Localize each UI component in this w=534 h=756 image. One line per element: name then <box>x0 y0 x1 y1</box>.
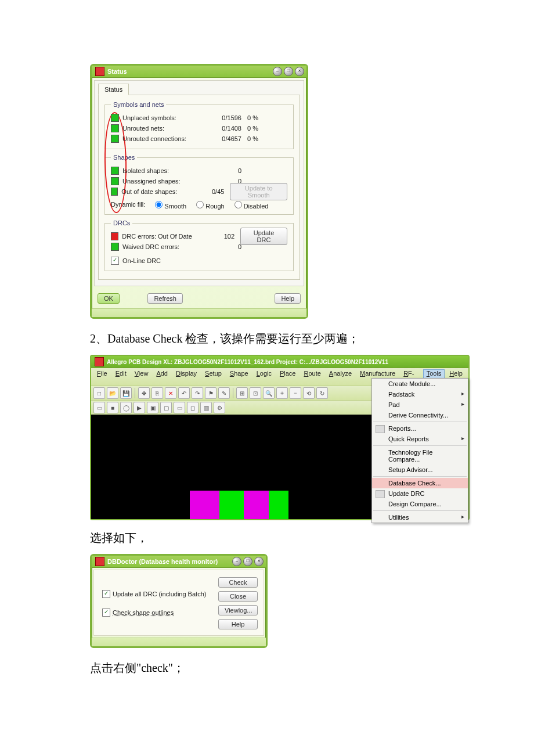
update-all-drc-label: Update all DRC (including Batch) <box>113 591 206 597</box>
zoom-icon[interactable]: 🔍 <box>263 387 275 399</box>
tool-b-icon[interactable]: ■ <box>107 402 118 413</box>
online-drc-checkbox[interactable]: ✓ <box>111 257 119 265</box>
copy-icon[interactable]: ⎘ <box>151 387 163 399</box>
tools-item-setup-advisor-[interactable]: Setup Advisor... <box>372 465 468 475</box>
waived-drc-label: Waived DRC errors: <box>122 243 218 250</box>
tools-item-update-drc[interactable]: Update DRC <box>372 488 468 499</box>
tools-item-create-module-[interactable]: Create Module... <box>372 379 468 389</box>
undo-icon[interactable]: ↶ <box>178 387 190 399</box>
viewlog-button[interactable]: Viewlog... <box>218 605 258 615</box>
pin-icon[interactable]: ✎ <box>218 387 230 399</box>
drc-errors-label: DRC errors: Out Of Date <box>122 233 212 240</box>
check-shape-outlines-label: Check shape outlines <box>113 609 174 616</box>
allegro-titlebar[interactable]: Allegro PCB Design XL: ZBJGLOOG50N2F1101… <box>91 356 468 368</box>
tab-status[interactable]: Status <box>98 84 129 95</box>
tools-menu-dropdown[interactable]: Create Module...PadstackPadDerive Connec… <box>371 378 468 523</box>
menu-place[interactable]: Place <box>276 369 300 384</box>
waived-drc-value: 0 <box>218 243 247 250</box>
tool-f-icon[interactable]: ▢ <box>160 402 172 413</box>
unrouted-nets-label: Unrouted nets: <box>122 125 207 132</box>
menu-analyze[interactable]: Analyze <box>326 369 355 384</box>
tool-c-icon[interactable]: ◯ <box>120 402 132 413</box>
zoom-out-icon[interactable]: － <box>290 387 301 399</box>
help-button[interactable]: Help <box>218 619 258 629</box>
delete-icon[interactable]: ✕ <box>165 387 176 399</box>
unplaced-symbols-label: Unplaced symbols: <box>122 114 207 121</box>
update-to-smooth-button[interactable]: Update to Smooth <box>230 183 287 200</box>
move-icon[interactable]: ✥ <box>138 387 150 399</box>
status-square-icon <box>111 243 119 251</box>
status-square-icon <box>111 188 118 196</box>
dbdoctor-title: DBDoctor (Database health monitor) <box>107 558 232 565</box>
menu-setup[interactable]: Setup <box>201 369 225 384</box>
zoom-in-icon[interactable]: ＋ <box>276 387 288 399</box>
menu-route[interactable]: Route <box>300 369 324 384</box>
status-square-icon <box>111 114 119 122</box>
new-icon[interactable]: □ <box>93 387 105 399</box>
radio-rough[interactable]: Rough <box>193 199 224 210</box>
tools-item-design-compare-[interactable]: Design Compare... <box>372 499 468 509</box>
close-button[interactable]: Close <box>218 591 258 602</box>
open-icon[interactable]: 📂 <box>107 387 118 399</box>
unplaced-symbols-pct: 0 % <box>247 114 279 121</box>
tools-item-derive-connectivity-[interactable]: Derive Connectivity... <box>372 410 468 420</box>
menu-display[interactable]: Display <box>172 369 200 384</box>
maximize-icon[interactable]: □ <box>243 557 252 566</box>
tool-a-icon[interactable]: ▭ <box>93 402 105 413</box>
tools-item-technology-file-compare-[interactable]: Technology File Compare... <box>372 447 468 465</box>
tool-e-icon[interactable]: ▣ <box>147 402 158 413</box>
tools-item-padstack[interactable]: Padstack <box>372 389 468 399</box>
tools-item-quick-reports[interactable]: Quick Reports <box>372 434 468 444</box>
dbdoctor-dialog: DBDoctor (Database health monitor) – □ ×… <box>90 554 268 648</box>
menu-edit[interactable]: Edit <box>112 369 130 384</box>
unrouted-conn-label: Unrouted connections: <box>122 135 207 142</box>
zoom-fit-icon[interactable]: ⊞ <box>236 387 248 399</box>
menu-item-icon <box>376 490 385 498</box>
close-icon[interactable]: × <box>295 67 304 76</box>
menu-logic[interactable]: Logic <box>253 369 275 384</box>
menu-file[interactable]: File <box>93 369 111 384</box>
zoom-win-icon[interactable]: ⊡ <box>250 387 261 399</box>
check-shape-outlines-checkbox[interactable]: ✓ Check shape outlines <box>102 609 209 617</box>
tools-item-utilities[interactable]: Utilities <box>372 512 468 523</box>
tool-d-icon[interactable]: ▶ <box>134 402 145 413</box>
status-square-icon <box>111 124 119 132</box>
help-button[interactable]: Help <box>275 293 301 304</box>
refresh-icon[interactable]: ↻ <box>316 387 328 399</box>
status-square-icon <box>111 167 119 175</box>
legend-symbols-nets: Symbols and nets <box>111 101 166 108</box>
update-all-drc-checkbox[interactable]: ✓ Update all DRC (including Batch) <box>102 590 209 598</box>
group-symbols-nets: Symbols and nets Unplaced symbols: 0/159… <box>104 101 294 149</box>
unplaced-symbols-value: 0/1596 <box>207 114 247 121</box>
tools-item-database-check-[interactable]: Database Check... <box>372 478 468 488</box>
menu-view[interactable]: View <box>131 369 152 384</box>
refresh-button[interactable]: Refresh <box>147 293 183 304</box>
tool-i-icon[interactable]: ▥ <box>200 402 212 413</box>
zoom-prev-icon[interactable]: ⟲ <box>303 387 315 399</box>
legend-drcs: DRCs <box>111 219 132 226</box>
unrouted-conn-pct: 0 % <box>247 135 279 142</box>
status-titlebar[interactable]: Status – □ × <box>92 66 306 78</box>
tools-item-pad[interactable]: Pad <box>372 399 468 410</box>
maximize-icon[interactable]: □ <box>284 67 293 76</box>
tool-h-icon[interactable]: ◻ <box>187 402 199 413</box>
tools-item-reports-[interactable]: Reports... <box>372 423 468 434</box>
dbdoctor-titlebar[interactable]: DBDoctor (Database health monitor) – □ × <box>92 556 266 568</box>
radio-disabled[interactable]: Disabled <box>232 199 269 210</box>
check-button[interactable]: Check <box>218 577 258 588</box>
minimize-icon[interactable]: – <box>273 67 282 76</box>
close-icon[interactable]: × <box>254 557 264 566</box>
menu-shape[interactable]: Shape <box>226 369 252 384</box>
ok-button[interactable]: OK <box>98 293 120 304</box>
redo-icon[interactable]: ↷ <box>192 387 203 399</box>
save-icon[interactable]: 💾 <box>120 387 132 399</box>
menu-add[interactable]: Add <box>153 369 171 384</box>
radio-smooth[interactable]: Smooth <box>152 199 186 210</box>
minimize-icon[interactable]: – <box>232 557 241 566</box>
tool-g-icon[interactable]: ▭ <box>174 402 185 413</box>
unrouted-nets-pct: 0 % <box>247 125 279 132</box>
prop-icon[interactable]: ⚑ <box>205 387 217 399</box>
legend-shapes: Shapes <box>111 154 137 161</box>
tool-j-icon[interactable]: ⚙ <box>214 402 225 413</box>
dynamic-fill-label: Dynamic fill: <box>111 201 145 208</box>
